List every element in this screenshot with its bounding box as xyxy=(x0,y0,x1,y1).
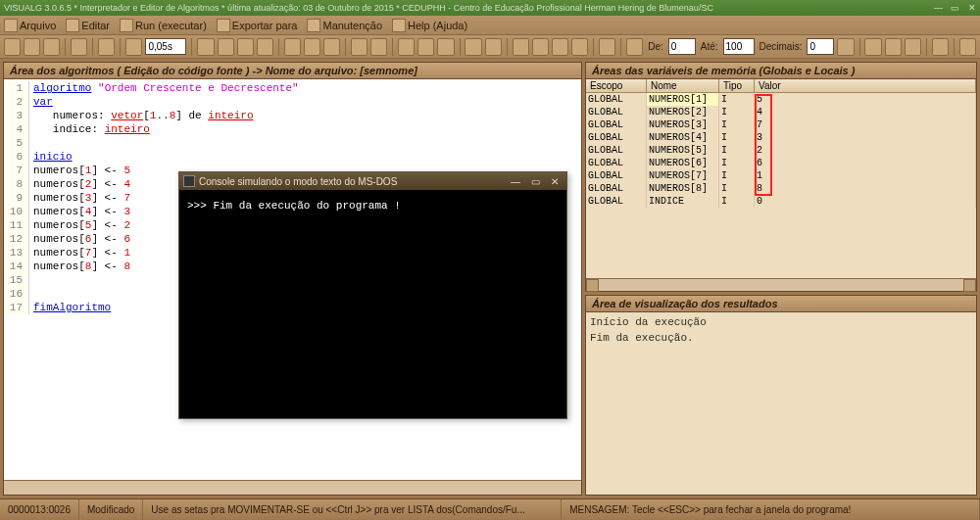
variables-table[interactable]: Escopo Nome Tipo Valor GLOBALNUMEROS[1]I… xyxy=(586,79,976,278)
toolbar-reopen-icon[interactable] xyxy=(43,38,60,56)
results-line: Início da execução xyxy=(590,316,972,328)
console-window[interactable]: Console simulando o modo texto do MS-DOS… xyxy=(178,171,567,419)
table-row[interactable]: GLOBALNUMEROS[1]I5 xyxy=(586,93,976,106)
console-titlebar[interactable]: Console simulando o modo texto do MS-DOS… xyxy=(179,172,566,190)
toolbar-goto-icon[interactable] xyxy=(465,38,481,56)
cell-escopo: GLOBAL xyxy=(586,106,647,118)
toolbar-redo-icon[interactable] xyxy=(370,38,387,56)
toolbar-copy-icon[interactable] xyxy=(304,38,320,56)
close-button[interactable]: ✕ xyxy=(968,3,976,13)
line-number: 4 xyxy=(4,122,29,136)
scroll-right-icon[interactable] xyxy=(963,279,976,292)
console-icon xyxy=(183,175,195,187)
code-line[interactable]: 4 indice: inteiro xyxy=(4,122,581,136)
wrench-icon xyxy=(307,19,320,32)
code-line[interactable]: 6inicio xyxy=(4,150,581,164)
toolbar-findnext-icon[interactable] xyxy=(437,38,454,56)
cell-tipo: I xyxy=(719,195,755,208)
cell-tipo: I xyxy=(719,118,755,131)
console-minimize-button[interactable]: — xyxy=(508,176,523,187)
toolbar-tool1-icon[interactable] xyxy=(485,38,502,56)
cell-valor: 1 xyxy=(755,169,976,182)
table-row[interactable]: GLOBALNUMEROS[5]I2 xyxy=(586,144,976,157)
code-line[interactable]: 1algoritmo "Ordem Crescente e Decrescent… xyxy=(4,81,581,95)
toolbar-edit-icon[interactable] xyxy=(98,38,115,56)
toolbar-cut-icon[interactable] xyxy=(284,38,301,56)
toolbar-new-icon[interactable] xyxy=(4,38,21,56)
line-code: var xyxy=(29,95,53,109)
col-nome[interactable]: Nome xyxy=(647,79,719,92)
console-close-button[interactable]: ✕ xyxy=(547,176,563,187)
help-icon xyxy=(392,19,406,32)
menu-run[interactable]: Run (executar) xyxy=(120,19,207,32)
menu-manutencao[interactable]: Manutenção xyxy=(307,19,382,32)
line-code: numeros[2] <- 4 xyxy=(29,177,130,191)
toolbar-table-icon[interactable] xyxy=(864,38,881,56)
code-line[interactable]: 3 numeros: vetor[1..8] de inteiro xyxy=(4,109,581,122)
export-icon xyxy=(217,19,230,32)
table-row[interactable]: GLOBALNUMEROS[3]I7 xyxy=(586,118,976,131)
col-tipo[interactable]: Tipo xyxy=(719,79,755,92)
toolbar-eval-icon[interactable] xyxy=(257,38,273,56)
cell-nome: NUMEROS[2] xyxy=(647,106,719,118)
cell-nome: NUMEROS[7] xyxy=(647,169,719,182)
editor-hscrollbar[interactable] xyxy=(4,480,581,495)
toolbar-step-icon[interactable] xyxy=(237,38,254,56)
table-row[interactable]: GLOBALNUMEROS[8]I8 xyxy=(586,182,976,195)
toolbar-export-icon[interactable] xyxy=(932,38,949,56)
results-output[interactable]: Início da execuçãoFim da execução. xyxy=(586,312,976,495)
toolbar-sync-icon[interactable] xyxy=(571,38,588,56)
table-row[interactable]: GLOBALNUMEROS[4]I3 xyxy=(586,131,976,144)
cell-valor: 6 xyxy=(755,157,976,169)
toolbar-find-icon[interactable] xyxy=(398,38,415,56)
toolbar-hand-icon[interactable] xyxy=(218,38,234,56)
line-code: numeros: vetor[1..8] de inteiro xyxy=(29,109,254,122)
menu-help[interactable]: Help (Ajuda) xyxy=(392,19,467,32)
toolbar-paste-icon[interactable] xyxy=(323,38,340,56)
window-title: VISUALG 3.0.6.5 * Interpretador e Editor… xyxy=(4,0,713,16)
line-number: 10 xyxy=(4,205,29,218)
toolbar-save-icon[interactable] xyxy=(71,38,87,56)
col-valor[interactable]: Valor xyxy=(755,79,976,92)
cell-nome: NUMEROS[3] xyxy=(647,118,719,131)
cell-escopo: GLOBAL xyxy=(586,93,647,106)
toolbar-wrench-icon[interactable] xyxy=(626,38,643,56)
table-row[interactable]: GLOBALNUMEROS[6]I6 xyxy=(586,157,976,169)
scroll-left-icon[interactable] xyxy=(586,279,599,292)
code-line[interactable]: 2var xyxy=(4,95,581,109)
delay-input[interactable] xyxy=(145,38,186,55)
decimais-step-icon[interactable] xyxy=(837,38,854,56)
decimais-label: Decimais: xyxy=(760,41,803,52)
toolbar-timer-icon[interactable] xyxy=(125,38,142,56)
toolbar-stop-icon[interactable] xyxy=(197,38,214,56)
de-input[interactable] xyxy=(668,38,696,55)
code-line[interactable]: 5 xyxy=(4,136,581,150)
toolbar-undo-icon[interactable] xyxy=(351,38,368,56)
maximize-button[interactable]: ▭ xyxy=(951,3,959,13)
toolbar-reload-icon[interactable] xyxy=(552,38,568,56)
toolbar-print-icon[interactable] xyxy=(599,38,615,56)
toolbar-open-icon[interactable] xyxy=(24,38,40,56)
col-escopo[interactable]: Escopo xyxy=(586,79,647,92)
toolbar-replace-icon[interactable] xyxy=(417,38,434,56)
table-row[interactable]: GLOBALINDICEI0 xyxy=(586,195,976,208)
cell-escopo: GLOBAL xyxy=(586,195,647,208)
table-row[interactable]: GLOBALNUMEROS[2]I4 xyxy=(586,106,976,118)
minimize-button[interactable]: — xyxy=(934,3,943,13)
menu-exportar[interactable]: Exportar para xyxy=(217,19,298,32)
table-row[interactable]: GLOBALNUMEROS[7]I1 xyxy=(586,169,976,182)
toolbar: De: Até: Decimais: xyxy=(0,35,980,59)
menu-editar[interactable]: Editar xyxy=(66,19,110,32)
ate-input[interactable] xyxy=(723,38,755,55)
decimais-input[interactable] xyxy=(807,38,834,55)
variables-hscrollbar[interactable] xyxy=(586,278,976,291)
cell-valor: 7 xyxy=(755,118,976,131)
toolbar-chart-icon[interactable] xyxy=(885,38,902,56)
toolbar-random-icon[interactable] xyxy=(532,38,549,56)
toolbar-view-icon[interactable] xyxy=(513,38,529,56)
console-maximize-button[interactable]: ▭ xyxy=(527,176,543,187)
toolbar-date-icon[interactable] xyxy=(905,38,921,56)
cell-valor: 4 xyxy=(755,106,976,118)
menu-arquivo[interactable]: Arquivo xyxy=(4,19,56,32)
toolbar-exit-icon[interactable] xyxy=(959,38,976,56)
